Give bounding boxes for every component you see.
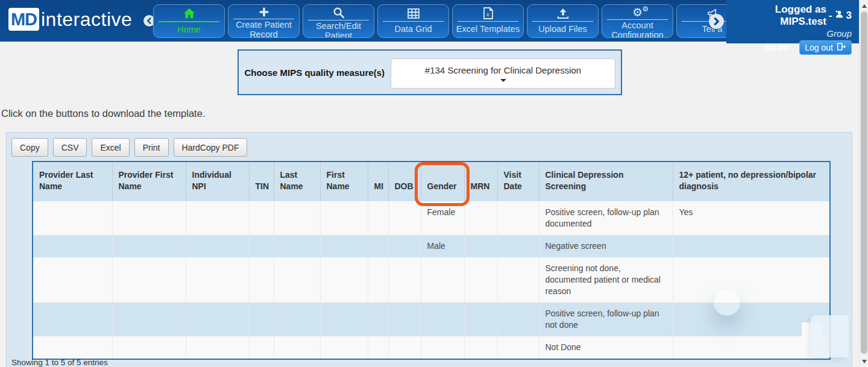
nav-search-edit-button[interactable]: Search/Edit Patient xyxy=(303,4,374,38)
cell-r3-c4 xyxy=(274,303,320,336)
cell-r3-c1 xyxy=(112,303,186,336)
cell-r0-c5 xyxy=(320,201,368,235)
column-header-2[interactable]: Individual NPI xyxy=(186,162,249,201)
cell-r0-c12: Yes xyxy=(673,201,829,235)
cell-r4-c3 xyxy=(249,336,274,359)
search-icon xyxy=(303,5,374,19)
gears-icon: ⚙⚙ xyxy=(602,5,673,18)
cell-r4-c11: Not Done xyxy=(539,336,673,359)
table-header-row: Provider Last NameProvider First NameInd… xyxy=(33,162,829,201)
scrollbar-thumb[interactable] xyxy=(861,11,867,354)
column-header-1[interactable]: Provider First Name xyxy=(112,162,186,201)
chevron-down-icon xyxy=(500,79,506,82)
nav-excel-templates-label: Excel Templates xyxy=(453,22,523,37)
data-table-wrap: Provider Last NameProvider First NameInd… xyxy=(32,161,831,360)
account-balance: $0.00 xyxy=(764,42,788,53)
cell-r1-c12 xyxy=(673,235,829,257)
cell-r0-c11: Positive screen, follow-up plan document… xyxy=(539,201,673,235)
cell-r0-c2 xyxy=(186,201,249,235)
excel-button[interactable]: Excel xyxy=(92,138,129,157)
cell-r2-c10 xyxy=(497,257,539,303)
logout-door-icon xyxy=(837,42,846,53)
cell-r2-c1 xyxy=(112,257,186,303)
cell-r1-c2 xyxy=(186,235,249,257)
nav-upload-files-label: Upload Files xyxy=(527,22,598,37)
nav-upload-files-button[interactable]: Upload Files xyxy=(527,4,599,38)
cell-r4-c7 xyxy=(388,336,421,359)
cell-r3-c0 xyxy=(33,303,112,336)
app-logo[interactable]: MD xyxy=(8,8,39,31)
table-row-3: Positive screen, follow-up plan not done xyxy=(33,303,829,336)
table-row-2: Screening not done, documented patient o… xyxy=(33,257,829,303)
logged-as-line: Logged as MIPS.test - 3 xyxy=(726,4,852,28)
svg-text:x: x xyxy=(486,11,489,17)
column-header-0[interactable]: Provider Last Name xyxy=(33,162,112,201)
scrollbar-down-icon[interactable] xyxy=(860,357,868,366)
cell-r4-c4 xyxy=(274,336,320,359)
table-row-4: Not Done xyxy=(33,336,829,359)
cell-r3-c9 xyxy=(464,303,497,336)
expand-right-icon[interactable] xyxy=(709,14,724,29)
cell-r0-c9 xyxy=(464,201,497,235)
logged-as-separator: - xyxy=(829,10,832,22)
group-user-icon xyxy=(835,10,844,22)
copy-button[interactable]: Copy xyxy=(11,138,48,157)
cell-r4-c10 xyxy=(497,336,539,359)
cell-r1-c6 xyxy=(368,235,388,257)
table-row-1: MaleNegative screen xyxy=(33,235,829,257)
cell-r3-c6 xyxy=(368,303,388,336)
nav-data-grid-button[interactable]: Data Grid xyxy=(377,4,449,38)
hardcopy-pdf-button[interactable]: HardCopy PDF xyxy=(174,138,248,157)
print-button[interactable]: Print xyxy=(134,138,169,157)
cell-r2-c11: Screening not done, documented patient o… xyxy=(539,257,673,303)
nav-excel-templates-button[interactable]: x Excel Templates xyxy=(452,4,524,38)
cell-r1-c4 xyxy=(274,235,320,257)
cell-r2-c6 xyxy=(368,257,388,303)
column-header-8[interactable]: Gender xyxy=(421,162,464,201)
cell-r3-c11: Positive screen, follow-up plan not done xyxy=(539,303,673,336)
cell-r2-c9 xyxy=(464,257,497,303)
csv-button[interactable]: CSV xyxy=(53,138,87,157)
column-header-6[interactable]: MI xyxy=(368,162,388,201)
cell-r2-c8 xyxy=(421,257,464,303)
cell-r2-c0 xyxy=(33,257,112,303)
cell-r4-c0 xyxy=(33,336,112,359)
logo-interactive-text: interactive xyxy=(41,8,132,31)
column-header-10[interactable]: Visit Date xyxy=(497,162,539,201)
data-table: Provider Last NameProvider First NameInd… xyxy=(33,162,829,359)
cell-r4-c2 xyxy=(186,336,249,359)
cell-r0-c6 xyxy=(368,201,388,235)
nav-data-grid-label: Data Grid xyxy=(378,22,448,37)
nav-create-patient-button[interactable]: Create Patient Record xyxy=(228,4,300,38)
column-header-12[interactable]: 12+ patient, no depression/bipolar diagn… xyxy=(673,162,829,201)
cell-r0-c0 xyxy=(33,201,112,235)
column-header-7[interactable]: DOB xyxy=(388,162,421,201)
grid-container: Copy CSV Excel Print HardCopy PDF Provid… xyxy=(6,132,852,367)
logout-label: Log out xyxy=(805,43,833,52)
logout-button[interactable]: Log out xyxy=(799,40,852,55)
column-header-9[interactable]: MRN xyxy=(464,162,497,201)
cell-r2-c7 xyxy=(388,257,421,303)
cell-r3-c8 xyxy=(421,303,464,336)
upload-icon xyxy=(527,5,598,20)
column-header-4[interactable]: Last Name xyxy=(274,162,320,201)
measure-label: Choose MIPS quality measure(s) xyxy=(239,51,385,94)
group-count: 3 xyxy=(846,10,852,22)
overlay-artifact-panel xyxy=(811,315,849,357)
nav-account-configuration-button[interactable]: ⚙⚙ Account Configuration xyxy=(602,4,673,38)
cell-r3-c7 xyxy=(388,303,421,336)
nav-home-button[interactable]: Home xyxy=(153,4,225,38)
table-row-0: FemalePositive screen, follow-up plan do… xyxy=(33,201,829,235)
measure-dropdown[interactable]: #134 Screening for Clinical Depression xyxy=(391,58,615,89)
cell-r4-c6 xyxy=(368,336,388,359)
cell-r2-c3 xyxy=(249,257,274,303)
column-header-5[interactable]: First Name xyxy=(320,162,368,201)
cell-r3-c2 xyxy=(186,303,249,336)
cell-r2-c5 xyxy=(320,257,368,303)
instruction-text: Click on the buttons to download the tem… xyxy=(1,108,205,119)
column-header-3[interactable]: TIN xyxy=(249,162,274,201)
logged-as-text: Logged as MIPS.test xyxy=(726,4,826,28)
column-header-11[interactable]: Clinical Depression Screening xyxy=(539,162,673,201)
scrollbar-up-icon[interactable] xyxy=(860,1,868,10)
page-scrollbar[interactable] xyxy=(859,0,868,367)
